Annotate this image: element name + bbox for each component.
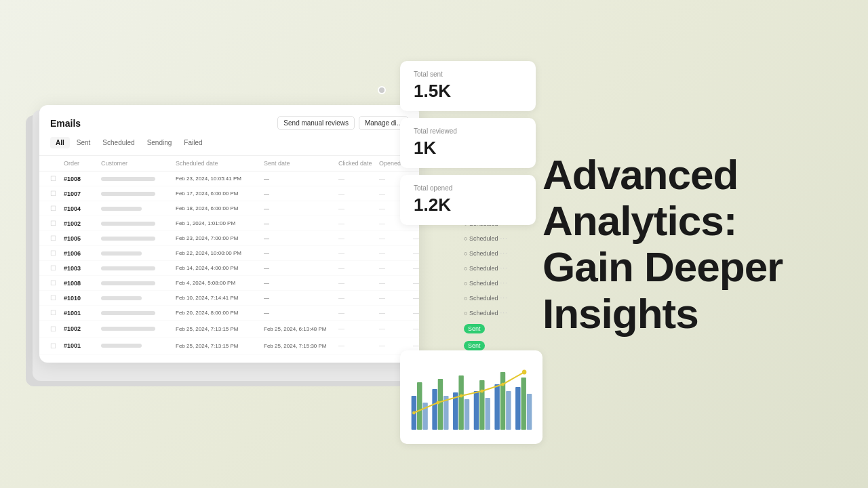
table-row[interactable]: ☐ #1004 Feb 18, 2024, 6:00:00 PM — — — —… (39, 201, 419, 216)
hero-line4: Insights (542, 289, 698, 336)
table-row[interactable]: ☐ #1007 Feb 17, 2024, 6:00:00 PM — — — —… (39, 186, 419, 201)
svg-point-21 (480, 390, 484, 393)
row-checkbox[interactable]: ☐ (50, 294, 64, 302)
connector-dot (372, 80, 392, 100)
table-row[interactable]: ☐ #1006 Feb 22, 2024, 10:00:00 PM — — — … (39, 246, 419, 261)
order-id: #1004 (64, 205, 101, 212)
table-row[interactable]: ☐ #1002 Feb 25, 2024, 7:13:15 PM Feb 25,… (39, 321, 419, 338)
row-checkbox[interactable]: ☐ (50, 309, 64, 317)
svg-rect-4 (438, 379, 443, 430)
row-menu-dots[interactable]: ··· (500, 279, 507, 287)
reviewed-date: — (413, 235, 464, 242)
table-row[interactable]: ☐ #1001 Feb 25, 2024, 7:13:15 PM Feb 25,… (39, 338, 419, 354)
tab-failed[interactable]: Failed (178, 137, 208, 148)
clicked-date: — (338, 220, 379, 227)
send-manual-reviews-button[interactable]: Send manual reviews (277, 116, 355, 130)
sent-date: — (264, 190, 338, 197)
scheduled-date: Feb 18, 2024, 6:00:00 PM (176, 205, 264, 211)
tab-sent[interactable]: Sent (71, 137, 96, 148)
bar-chart (408, 359, 534, 433)
table-row[interactable]: ☐ #1010 Feb 10, 2024, 7:14:41 PM — — — —… (39, 291, 419, 306)
row-checkbox[interactable]: ☐ (50, 279, 64, 287)
table-row[interactable]: ☐ #1008 Feb 4, 2024, 5:08:00 PM — — — — … (39, 276, 419, 291)
status-badge: ○ Scheduled (464, 295, 498, 302)
opened: — (379, 265, 413, 272)
row-checkbox[interactable]: ☐ (50, 175, 64, 182)
hero-line2: Analytics: (542, 197, 736, 244)
svg-rect-10 (479, 380, 484, 430)
reviewed-date: — (413, 280, 464, 287)
status-badge: ○ Scheduled (464, 310, 498, 317)
sent-date: — (264, 220, 338, 226)
sent-date: — (264, 265, 338, 271)
panel-header: Emails Send manual reviews Manage di... (39, 116, 419, 137)
reviewed-date: — (413, 310, 464, 317)
status-badge: Sent (464, 324, 485, 333)
row-checkbox[interactable]: ☐ (50, 264, 64, 272)
status-badge: ○ Scheduled (464, 265, 498, 272)
row-menu-dots[interactable]: ··· (500, 235, 507, 242)
row-checkbox[interactable]: ☐ (50, 220, 64, 227)
stat-value-sent: 1.5K (414, 81, 522, 102)
table-row[interactable]: ☐ #1008 Feb 23, 2024, 10:05:41 PM — — — … (39, 171, 419, 186)
sent-date: Feb 25, 2024, 7:15:30 PM (264, 343, 338, 349)
stat-label-opened: Total opened (414, 184, 522, 192)
opened: — (379, 325, 413, 332)
status-cell: ○ Scheduled··· (464, 249, 508, 257)
customer-name (101, 281, 176, 285)
sent-date: Feb 25, 2024, 6:13:48 PM (264, 326, 338, 332)
svg-rect-9 (474, 391, 479, 430)
row-menu-dots[interactable]: ··· (500, 294, 507, 302)
customer-name (101, 344, 176, 348)
row-checkbox[interactable]: ☐ (50, 235, 64, 242)
sent-date: — (264, 295, 338, 301)
customer-name (101, 327, 176, 331)
clicked-date: — (338, 250, 379, 257)
hero-heading: Advanced Analytics: Gain Deeper Insights (542, 152, 827, 337)
row-checkbox[interactable]: ☐ (50, 325, 64, 333)
status-badge: ○ Scheduled (464, 235, 498, 242)
sent-date: — (264, 176, 338, 182)
scheduled-date: Feb 14, 2024, 4:00:00 PM (176, 265, 264, 271)
status-cell: ○ Scheduled··· (464, 235, 508, 242)
clicked-date: — (338, 295, 379, 302)
row-checkbox[interactable]: ☐ (50, 190, 64, 197)
tab-all[interactable]: All (50, 137, 70, 148)
customer-name (101, 207, 176, 211)
row-checkbox[interactable]: ☐ (50, 342, 64, 350)
scheduled-date: Feb 10, 2024, 7:14:41 PM (176, 295, 264, 301)
customer-name (101, 296, 176, 300)
col-clicked: Clicked date (338, 160, 379, 167)
stat-label-sent: Total sent (414, 70, 522, 78)
stat-label-reviewed: Total reviewed (414, 127, 522, 135)
opened: — (379, 280, 413, 287)
row-menu-dots[interactable]: ··· (500, 264, 507, 272)
row-checkbox[interactable]: ☐ (50, 249, 64, 257)
col-customer: Customer (101, 160, 176, 167)
row-menu-dots[interactable]: ··· (500, 249, 507, 257)
row-checkbox[interactable]: ☐ (50, 205, 64, 212)
row-menu-dots[interactable]: ··· (500, 309, 507, 317)
table-row[interactable]: ☐ #1001 Feb 20, 2024, 8:00:00 PM — — — —… (39, 306, 419, 321)
sent-date: — (264, 250, 338, 256)
svg-point-19 (436, 401, 439, 405)
svg-rect-12 (494, 384, 499, 430)
table-row[interactable]: ☐ #1005 Feb 23, 2024, 7:00:00 PM — — — —… (39, 231, 419, 246)
tab-sending[interactable]: Sending (142, 137, 178, 148)
chart-card (400, 350, 542, 444)
scheduled-date: Feb 23, 2024, 7:00:00 PM (176, 235, 264, 241)
order-id: #1008 (64, 280, 101, 287)
table-row[interactable]: ☐ #1003 Feb 14, 2024, 4:00:00 PM — — — —… (39, 261, 419, 276)
stats-cards: Total sent 1.5K Total reviewed 1K Total … (400, 61, 536, 225)
sent-date: — (264, 205, 338, 211)
opened: — (379, 295, 413, 302)
table-row[interactable]: ☐ #1002 Feb 1, 2024, 1:01:00 PM — — — — … (39, 216, 419, 231)
reviewed-date: — (413, 325, 464, 332)
tab-scheduled[interactable]: Scheduled (97, 137, 140, 148)
status-cell: ○ Scheduled··· (464, 294, 508, 302)
customer-name (101, 251, 176, 256)
stat-card-opened: Total opened 1.2K (400, 175, 536, 225)
sent-date: — (264, 280, 338, 286)
svg-rect-8 (465, 399, 469, 430)
svg-rect-17 (527, 394, 532, 430)
